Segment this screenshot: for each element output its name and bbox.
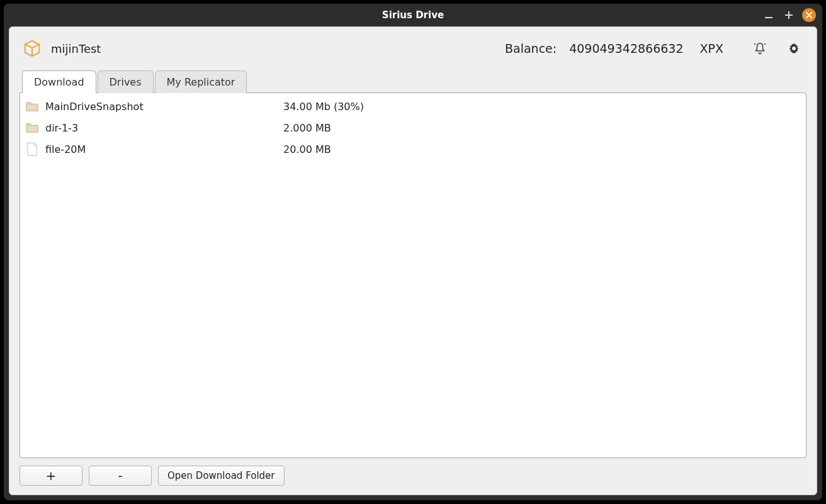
balance-unit: XPX (700, 42, 724, 55)
svg-point-3 (792, 47, 796, 50)
app-cube-icon (22, 38, 42, 59)
app-window: Sirius Drive mijinTest Balance: (4, 4, 822, 500)
window-controls (762, 4, 816, 26)
tabbar: Download Drives My Replicator (22, 70, 806, 92)
download-row[interactable]: dir-1-32.000 MB (20, 117, 806, 138)
bottom-bar: + - Open Download Folder (20, 458, 806, 486)
add-button[interactable]: + (20, 466, 82, 486)
app-name: mijinTest (51, 42, 101, 55)
balance-label: Balance: (505, 42, 557, 55)
client-area: mijinTest Balance: 409049342866632 XPX (9, 26, 817, 495)
svg-rect-2 (785, 14, 793, 16)
download-row[interactable]: MainDriveSnapshot34.00 Mb (30%) (20, 96, 806, 117)
download-size: 20.00 MB (283, 143, 798, 155)
download-panel: MainDriveSnapshot34.00 Mb (30%)dir-1-32.… (20, 92, 806, 458)
minimize-button[interactable] (762, 8, 776, 22)
header-row: mijinTest Balance: 409049342866632 XPX (20, 37, 806, 66)
open-download-folder-button[interactable]: Open Download Folder (158, 466, 285, 486)
tab-download[interactable]: Download (22, 70, 96, 93)
titlebar: Sirius Drive (4, 4, 822, 26)
download-name: file-20M (45, 143, 277, 155)
notifications-button[interactable] (751, 40, 769, 57)
gear-icon (787, 42, 801, 55)
download-size: 2.000 MB (283, 122, 798, 134)
download-row[interactable]: file-20M20.00 MB (20, 138, 806, 160)
balance-value: 409049342866632 (569, 42, 683, 55)
svg-rect-0 (765, 17, 772, 18)
maximize-button[interactable] (782, 8, 796, 22)
tab-drives[interactable]: Drives (98, 70, 154, 93)
settings-button[interactable] (785, 40, 803, 57)
remove-button[interactable]: - (89, 466, 152, 486)
download-name: dir-1-3 (45, 122, 277, 134)
download-name: MainDriveSnapshot (45, 101, 277, 113)
folder-icon (25, 121, 39, 135)
file-icon (25, 142, 39, 156)
bell-icon (753, 42, 767, 55)
tab-area: Download Drives My Replicator MainDriveS… (20, 66, 806, 486)
window-title: Sirius Drive (382, 9, 444, 21)
tab-my-replicator[interactable]: My Replicator (155, 70, 247, 93)
download-list: MainDriveSnapshot34.00 Mb (30%)dir-1-32.… (20, 93, 806, 162)
download-size: 34.00 Mb (30%) (283, 101, 798, 113)
close-button[interactable] (802, 8, 816, 22)
folder-icon (25, 99, 39, 113)
